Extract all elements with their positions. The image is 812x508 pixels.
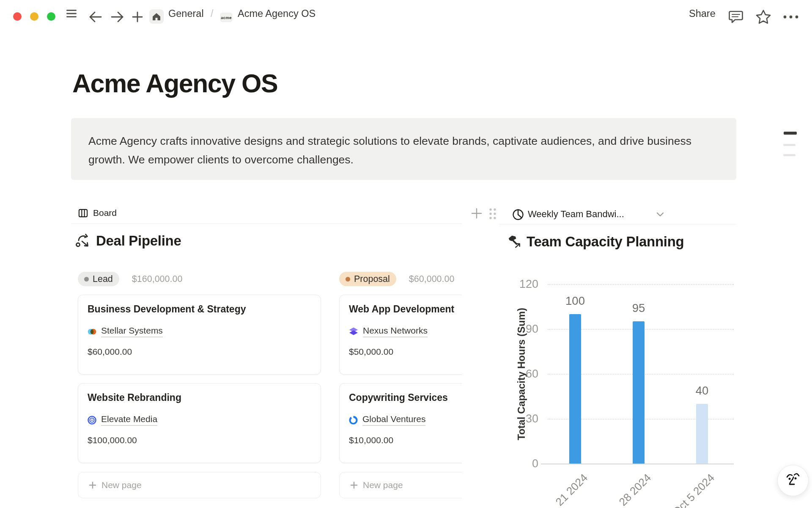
breadcrumb-section[interactable]: General bbox=[168, 0, 204, 27]
more-options-icon[interactable] bbox=[782, 12, 800, 22]
group-pill-proposal[interactable]: Proposal bbox=[339, 272, 396, 286]
y-tick-label: 0 bbox=[513, 457, 543, 470]
group-name: Proposal bbox=[354, 274, 390, 284]
window-title-bar: General / acme Acme Agency OS Share bbox=[0, 0, 812, 27]
card-title: Web App Development bbox=[349, 304, 462, 315]
board-title: Deal Pipeline bbox=[96, 233, 181, 249]
breadcrumb-page[interactable]: Acme Agency OS bbox=[238, 0, 315, 27]
y-tick-label: 30 bbox=[513, 412, 543, 425]
minimize-window-button[interactable] bbox=[30, 12, 38, 21]
elevate-media-logo-icon bbox=[88, 416, 96, 425]
company-row: Global Ventures bbox=[349, 414, 462, 426]
company-link[interactable]: Stellar Systems bbox=[101, 326, 163, 337]
group-header: Lead $160,000.00 bbox=[78, 272, 321, 286]
notion-ai-face-icon bbox=[784, 471, 802, 490]
new-page-button[interactable]: New page bbox=[339, 472, 462, 498]
board-view-label: Board bbox=[93, 208, 117, 218]
stellar-systems-logo-icon bbox=[88, 327, 96, 336]
global-ventures-logo-icon bbox=[349, 416, 358, 425]
tab-board-view[interactable]: Board bbox=[78, 208, 117, 218]
home-icon bbox=[152, 12, 161, 21]
new-page-button[interactable]: New page bbox=[78, 472, 321, 498]
x-tick-label: Oct 5 2024 bbox=[670, 471, 717, 508]
plus-icon bbox=[89, 481, 96, 489]
favorite-star-icon[interactable] bbox=[754, 8, 772, 25]
x-axis-line bbox=[541, 464, 734, 464]
home-breadcrumb-button[interactable] bbox=[149, 9, 164, 24]
page-title: Acme Agency OS bbox=[72, 69, 277, 98]
status-dot bbox=[84, 277, 89, 282]
company-row: Nexus Networks bbox=[349, 326, 462, 337]
traffic-lights bbox=[13, 12, 55, 21]
bar-value-label: 95 bbox=[620, 302, 658, 315]
status-dot bbox=[346, 277, 350, 282]
callout-text: Acme Agency crafts innovative designs an… bbox=[88, 135, 691, 166]
x-tick-label: 28 2024 bbox=[617, 471, 654, 508]
toc-bar[interactable] bbox=[783, 144, 796, 146]
page-logo-chip: acme bbox=[220, 13, 232, 22]
new-page-label: New page bbox=[363, 480, 403, 490]
nexus-networks-logo-icon bbox=[349, 327, 358, 336]
deal-pipeline-heading: Deal Pipeline bbox=[75, 233, 181, 249]
right-pane-divider bbox=[499, 224, 736, 224]
sidebar-menu-icon[interactable] bbox=[66, 8, 78, 19]
bar-chart: Total Capacity Hours (Sum) 0306090120100… bbox=[543, 284, 734, 464]
card-title: Website Rebranding bbox=[88, 392, 311, 403]
company-row: Stellar Systems bbox=[88, 326, 311, 337]
card-title: Copywriting Services bbox=[349, 392, 462, 403]
back-arrow-icon[interactable] bbox=[89, 10, 102, 24]
breadcrumb-separator: / bbox=[211, 0, 214, 27]
board-card[interactable]: Business Development & Strategy Stellar … bbox=[78, 295, 321, 375]
board-card[interactable]: Copywriting Services Global Ventures $10… bbox=[339, 383, 462, 463]
bar bbox=[633, 321, 645, 464]
group-header: Proposal $60,000.00 bbox=[339, 272, 462, 286]
chart-view-pie-icon[interactable] bbox=[512, 208, 524, 221]
board-card[interactable]: Web App Development Nexus Networks $50,0… bbox=[339, 295, 462, 375]
group-sum: $160,000.00 bbox=[132, 274, 183, 284]
group-sum: $60,000.00 bbox=[409, 274, 455, 284]
group-pill-lead[interactable]: Lead bbox=[78, 272, 119, 286]
group-column-lead: Lead $160,000.00 Business Development & … bbox=[78, 272, 321, 498]
group-name: Lead bbox=[93, 274, 113, 284]
group-column-proposal: Proposal $60,000.00 Web App Development … bbox=[339, 272, 462, 498]
company-link[interactable]: Elevate Media bbox=[101, 414, 157, 426]
add-block-plus-icon[interactable] bbox=[469, 204, 484, 223]
company-link[interactable]: Nexus Networks bbox=[363, 326, 428, 337]
toc-bar-active[interactable] bbox=[784, 132, 797, 135]
new-tab-plus-icon[interactable] bbox=[131, 10, 144, 24]
close-window-button[interactable] bbox=[13, 12, 22, 21]
board-groups: Lead $160,000.00 Business Development & … bbox=[78, 272, 462, 498]
bar-value-label: 100 bbox=[556, 295, 594, 307]
card-amount: $10,000.00 bbox=[349, 435, 462, 445]
card-amount: $60,000.00 bbox=[88, 347, 311, 357]
deal-pipeline-icon bbox=[75, 233, 91, 248]
toc-bar[interactable] bbox=[783, 154, 796, 156]
plus-icon bbox=[350, 481, 358, 489]
card-amount: $100,000.00 bbox=[88, 435, 311, 445]
drag-handle-icon[interactable] bbox=[486, 206, 499, 222]
notion-ai-button[interactable] bbox=[777, 465, 809, 496]
tab-weekly-team-bandwidth[interactable]: Weekly Team Bandwi... bbox=[528, 203, 624, 225]
x-tick-label: 21 2024 bbox=[553, 471, 590, 508]
share-button[interactable]: Share bbox=[689, 0, 716, 27]
comments-icon[interactable] bbox=[727, 9, 744, 25]
chevron-down-icon[interactable] bbox=[656, 211, 665, 218]
chart-heading: Team Capacity Planning bbox=[507, 234, 684, 250]
board-view-tabs: Board bbox=[71, 202, 462, 224]
bar-value-label: 40 bbox=[683, 384, 721, 397]
deal-pipeline-pane: Board Deal Pipeline Lead $160,000.00 Bus… bbox=[71, 202, 462, 508]
board-card[interactable]: Website Rebranding Elevate Media $100,00… bbox=[78, 383, 321, 463]
y-tick-label: 90 bbox=[513, 322, 543, 336]
callout-block: Acme Agency crafts innovative designs an… bbox=[71, 118, 736, 180]
board-view-icon bbox=[78, 208, 88, 218]
team-capacity-hammer-icon bbox=[507, 235, 521, 249]
zoom-window-button[interactable] bbox=[47, 12, 55, 21]
chart-title: Team Capacity Planning bbox=[527, 234, 684, 250]
card-amount: $50,000.00 bbox=[349, 347, 462, 357]
company-row: Elevate Media bbox=[88, 414, 311, 426]
bar bbox=[696, 404, 708, 464]
forward-arrow-icon[interactable] bbox=[110, 10, 124, 24]
company-link[interactable]: Global Ventures bbox=[362, 414, 425, 426]
y-tick-label: 60 bbox=[513, 367, 543, 381]
new-page-label: New page bbox=[102, 480, 142, 490]
